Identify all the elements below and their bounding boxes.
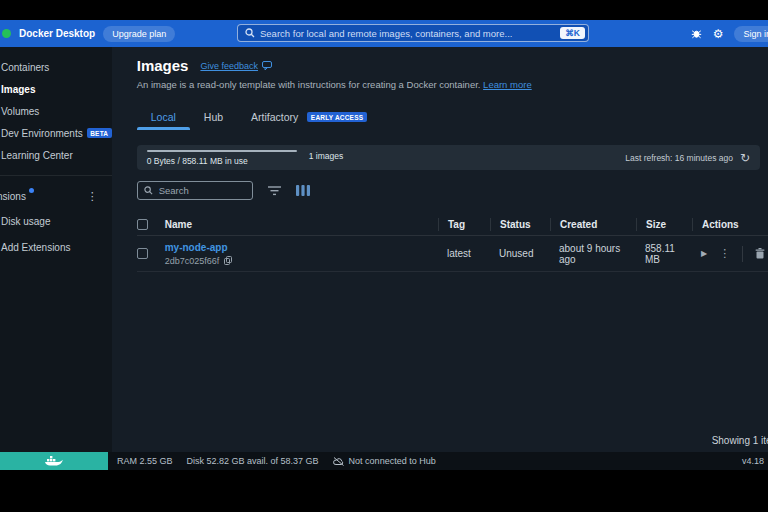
images-table: Name Tag Status Created Size Actions my-… (137, 214, 768, 272)
global-search-input[interactable] (260, 28, 555, 39)
row-checkbox[interactable] (137, 248, 148, 259)
page-description: An image is a read-only template with in… (137, 79, 768, 90)
image-hash: 2db7c025f66f (165, 256, 220, 266)
last-refresh-text: Last refresh: 16 minutes ago (625, 153, 733, 163)
filter-icon[interactable] (268, 186, 281, 196)
column-header-actions: Actions (693, 219, 739, 230)
image-size: 858.11 MB (636, 243, 692, 265)
main-area: Containers Images Volumes Dev Environmen… (0, 47, 768, 452)
feedback-icon (262, 61, 272, 70)
tab-bar: Local Hub Artifactory EARLY ACCESS (137, 107, 768, 130)
table-search[interactable] (137, 181, 253, 200)
sidebar-item-extensions[interactable]: Extensions ⋮ (0, 184, 112, 208)
select-all-checkbox[interactable] (137, 219, 148, 230)
early-access-badge: EARLY ACCESS (307, 112, 366, 122)
docker-whale-icon (45, 456, 63, 467)
images-count: 1 images (309, 151, 344, 161)
sidebar-item-learning-center[interactable]: Learning Center (0, 144, 112, 166)
image-tag: latest (438, 248, 490, 259)
sidebar-item-add-extensions[interactable]: Add Extensions (0, 234, 112, 260)
topbar-right: ⚙ Sign in (691, 26, 760, 42)
image-created: about 9 hours ago (550, 243, 636, 265)
title-row: Images Give feedback (137, 57, 768, 74)
actions-divider (742, 246, 743, 262)
beta-badge: BETA (87, 128, 112, 138)
app-title: Docker Desktop (19, 28, 95, 39)
search-icon (245, 28, 255, 38)
column-header-size[interactable]: Size (637, 219, 666, 230)
refresh-icon[interactable]: ↻ (740, 152, 750, 164)
sidebar-item-dev-environments[interactable]: Dev Environments BETA (0, 122, 112, 144)
usage-progress-bar (147, 150, 297, 152)
statusbar: RAM 2.55 GB Disk 52.82 GB avail. of 58.3… (0, 452, 768, 470)
column-header-created[interactable]: Created (551, 219, 597, 230)
list-toolbar (137, 181, 768, 200)
cloud-off-icon (333, 457, 344, 466)
bug-report-icon[interactable] (691, 28, 702, 39)
showing-count-text: Showing 1 item (712, 435, 768, 446)
run-image-icon[interactable]: ▶ (701, 250, 707, 258)
column-header-name[interactable]: Name (165, 219, 438, 230)
settings-gear-icon[interactable]: ⚙ (713, 28, 724, 40)
extensions-notification-dot (29, 188, 34, 193)
shortcut-badge: ⌘K (560, 27, 585, 39)
status-badge: Unused (490, 248, 550, 259)
image-name-link[interactable]: my-node-app (165, 242, 228, 253)
global-search[interactable]: ⌘K (237, 24, 589, 42)
columns-icon[interactable] (296, 185, 310, 196)
copy-icon[interactable] (224, 256, 232, 265)
image-hash-line: 2db7c025f66f (165, 256, 438, 266)
tab-artifactory[interactable]: Artifactory EARLY ACCESS (237, 107, 381, 130)
sidebar-item-containers[interactable]: Containers (0, 56, 112, 78)
search-icon (144, 186, 153, 195)
usage-panel: 0 Bytes / 858.11 MB in use 1 images Last… (137, 145, 760, 170)
page-title: Images (137, 57, 189, 74)
sign-in-button[interactable]: Sign in (734, 26, 768, 42)
sidebar: Containers Images Volumes Dev Environmen… (0, 47, 112, 452)
give-feedback-link[interactable]: Give feedback (200, 61, 272, 71)
screen: Docker Desktop Upgrade plan ⌘K ⚙ Sign in… (0, 0, 768, 512)
row-actions: ▶ ⋮ (692, 246, 768, 262)
row-kebab-icon[interactable]: ⋮ (719, 248, 730, 259)
sidebar-item-volumes[interactable]: Volumes (0, 100, 112, 122)
table-search-input[interactable] (159, 185, 246, 196)
docker-desktop-window: Docker Desktop Upgrade plan ⌘K ⚙ Sign in… (0, 20, 768, 470)
app-version: v4.18 (742, 456, 768, 466)
tab-hub[interactable]: Hub (190, 107, 237, 130)
ram-stat: RAM 2.55 GB (117, 456, 173, 466)
hub-connection-status: Not connected to Hub (333, 456, 436, 466)
upgrade-plan-button[interactable]: Upgrade plan (103, 26, 175, 42)
usage-summary: 0 Bytes / 858.11 MB in use (147, 150, 297, 166)
extensions-kebab-icon[interactable]: ⋮ (87, 190, 112, 203)
sidebar-divider (0, 175, 112, 176)
learn-more-link[interactable]: Learn more (483, 79, 532, 90)
image-name-cell: my-node-app 2db7c025f66f (165, 242, 438, 266)
app-status-dot (2, 29, 11, 38)
statusbar-stats: RAM 2.55 GB Disk 52.82 GB avail. of 58.3… (108, 456, 436, 466)
refresh-area: Last refresh: 16 minutes ago ↻ (625, 152, 750, 164)
column-header-tag[interactable]: Tag (439, 219, 465, 230)
sidebar-item-images[interactable]: Images (0, 78, 112, 100)
content: Images Give feedback An image is a read-… (112, 47, 768, 452)
table-header-row: Name Tag Status Created Size Actions (137, 214, 768, 236)
sidebar-item-disk-usage[interactable]: Disk usage (0, 208, 112, 234)
table-row[interactable]: my-node-app 2db7c025f66f latest Unused a… (137, 236, 768, 272)
engine-status-block[interactable] (0, 452, 108, 470)
disk-stat: Disk 52.82 GB avail. of 58.37 GB (187, 456, 319, 466)
tab-local[interactable]: Local (137, 107, 190, 130)
usage-text: 0 Bytes / 858.11 MB in use (147, 156, 297, 166)
delete-image-icon[interactable] (755, 248, 765, 259)
column-header-status[interactable]: Status (491, 219, 531, 230)
topbar: Docker Desktop Upgrade plan ⌘K ⚙ Sign in (0, 20, 768, 47)
